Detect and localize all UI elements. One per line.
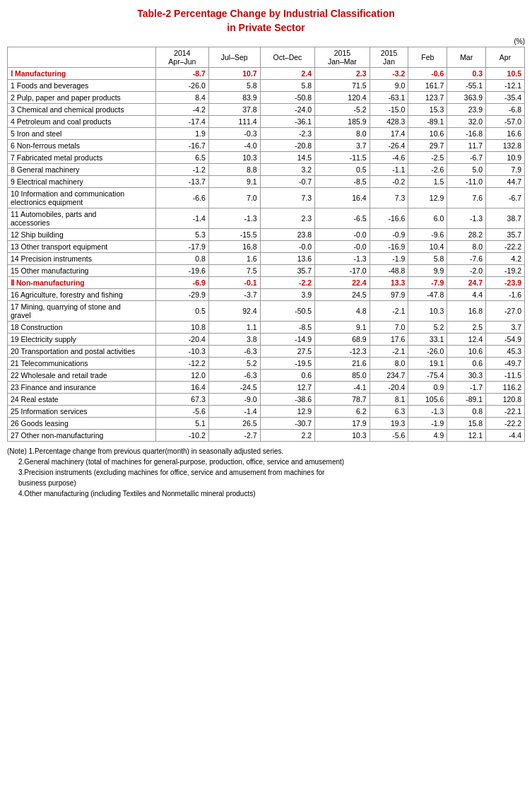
cell-8-5: -2.6 [408, 164, 447, 176]
cell-6-3: 3.7 [315, 140, 370, 152]
row-label-13: 13 Other transport equipment [8, 241, 156, 253]
cell-4-2: -36.1 [260, 116, 314, 128]
cell-7-7: 10.9 [486, 152, 525, 164]
notes-section: (Note) 1.Percentage change from previous… [7, 446, 525, 499]
cell-6-2: -20.8 [260, 140, 314, 152]
table-row: 6 Non-ferrous metals-16.7-4.0-20.83.7-26… [8, 140, 525, 152]
cell-15-3: -17.0 [315, 265, 370, 277]
cell-I-0: -8.7 [156, 68, 209, 80]
note-3b: business purpose) [18, 478, 525, 488]
cell-22-2: 0.6 [260, 370, 314, 382]
cell-6-1: -4.0 [208, 140, 260, 152]
row-label-12: 12 Ship building [8, 229, 156, 241]
row-label-9: 9 Electrical machinery [8, 176, 156, 188]
cell-17-5: 10.3 [408, 301, 447, 322]
cell-18-1: 1.1 [208, 322, 260, 334]
cell-11-7: 38.7 [486, 208, 525, 229]
cell-22-0: 12.0 [156, 370, 209, 382]
cell-24-1: -9.0 [208, 394, 260, 406]
row-label-2: 2 Pulp, paper and paper products [8, 92, 156, 104]
cell-4-6: 32.0 [447, 116, 486, 128]
cell-15-6: -2.0 [447, 265, 486, 277]
cell-1-2: 5.8 [260, 80, 314, 92]
cell-24-5: 105.6 [408, 394, 447, 406]
cell-4-0: -17.4 [156, 116, 209, 128]
cell-27-1: -2.7 [208, 430, 260, 442]
table-row: 8 General machinery-1.28.83.20.5-1.1-2.6… [8, 164, 525, 176]
row-label-I: Ⅰ Manufacturing [8, 68, 156, 80]
cell-5-0: 1.9 [156, 128, 209, 140]
cell-19-1: 3.8 [208, 334, 260, 346]
cell-23-0: 16.4 [156, 382, 209, 394]
cell-1-5: 161.7 [408, 80, 447, 92]
cell-5-2: -2.3 [260, 128, 314, 140]
table-row: Ⅱ Non-manufacturing-6.9-0.1-2.222.413.3-… [8, 277, 525, 289]
table-row: 4 Petroleum and coal products-17.4111.4-… [8, 116, 525, 128]
row-label-10: 10 Information and communication electro… [8, 188, 156, 208]
cell-24-0: 67.3 [156, 394, 209, 406]
cell-11-5: 6.0 [408, 208, 447, 229]
cell-15-7: -19.2 [486, 265, 525, 277]
row-label-1: 1 Foods and beverages [8, 80, 156, 92]
cell-2-6: 363.9 [447, 92, 486, 104]
note-4: 4.Other manufacturing (including Textile… [18, 488, 525, 499]
cell-2-1: 83.9 [208, 92, 260, 104]
table-row: 7 Fabricated metal products6.510.314.5-1… [8, 152, 525, 164]
table-row: 15 Other manufacturing-19.67.535.7-17.0-… [8, 265, 525, 277]
header-2015janMar: 2015Jan–Mar [315, 47, 370, 68]
cell-21-1: 5.2 [208, 358, 260, 370]
header-apr: Apr [486, 47, 525, 68]
cell-8-3: 0.5 [315, 164, 370, 176]
table-row: 21 Telecommunications-12.25.2-19.521.68.… [8, 358, 525, 370]
cell-22-4: 234.7 [370, 370, 408, 382]
cell-24-2: -38.6 [260, 394, 314, 406]
table-row: 24 Real estate67.3-9.0-38.678.78.1105.6-… [8, 394, 525, 406]
cell-14-5: 5.8 [408, 253, 447, 265]
cell-19-4: 17.6 [370, 334, 408, 346]
cell-13-2: -0.0 [260, 241, 314, 253]
cell-10-1: 7.0 [208, 188, 260, 208]
cell-II-5: -7.9 [408, 277, 447, 289]
cell-13-3: -0.0 [315, 241, 370, 253]
cell-11-0: -1.4 [156, 208, 209, 229]
cell-2-5: 123.7 [408, 92, 447, 104]
cell-22-7: -11.5 [486, 370, 525, 382]
cell-3-1: 37.8 [208, 104, 260, 116]
row-label-21: 21 Telecommunications [8, 358, 156, 370]
cell-22-3: 85.0 [315, 370, 370, 382]
cell-24-4: 8.1 [370, 394, 408, 406]
cell-15-4: -48.8 [370, 265, 408, 277]
cell-11-2: 2.3 [260, 208, 314, 229]
cell-25-1: -1.4 [208, 406, 260, 418]
cell-I-4: -3.2 [370, 68, 408, 80]
cell-12-2: 23.8 [260, 229, 314, 241]
cell-27-3: 10.3 [315, 430, 370, 442]
cell-2-0: 8.4 [156, 92, 209, 104]
cell-20-6: 10.6 [447, 346, 486, 358]
table-row: 20 Transportation and postal activities-… [8, 346, 525, 358]
cell-19-5: 33.1 [408, 334, 447, 346]
cell-17-2: -50.5 [260, 301, 314, 322]
cell-23-3: -4.1 [315, 382, 370, 394]
header-mar: Mar [447, 47, 486, 68]
cell-9-6: -11.0 [447, 176, 486, 188]
row-label-6: 6 Non-ferrous metals [8, 140, 156, 152]
row-label-20: 20 Transportation and postal activities [8, 346, 156, 358]
cell-4-5: -89.1 [408, 116, 447, 128]
cell-21-4: 8.0 [370, 358, 408, 370]
cell-1-0: -26.0 [156, 80, 209, 92]
table-row: 10 Information and communication electro… [8, 188, 525, 208]
row-label-3: 3 Chemical and chemical products [8, 104, 156, 116]
cell-14-7: 4.2 [486, 253, 525, 265]
cell-27-2: 2.2 [260, 430, 314, 442]
cell-8-0: -1.2 [156, 164, 209, 176]
cell-27-6: 12.1 [447, 430, 486, 442]
cell-6-4: -26.4 [370, 140, 408, 152]
cell-12-7: 35.7 [486, 229, 525, 241]
cell-9-2: -0.7 [260, 176, 314, 188]
cell-14-3: -1.3 [315, 253, 370, 265]
cell-20-7: 45.3 [486, 346, 525, 358]
cell-II-0: -6.9 [156, 277, 209, 289]
cell-19-6: 12.4 [447, 334, 486, 346]
cell-4-3: 185.9 [315, 116, 370, 128]
